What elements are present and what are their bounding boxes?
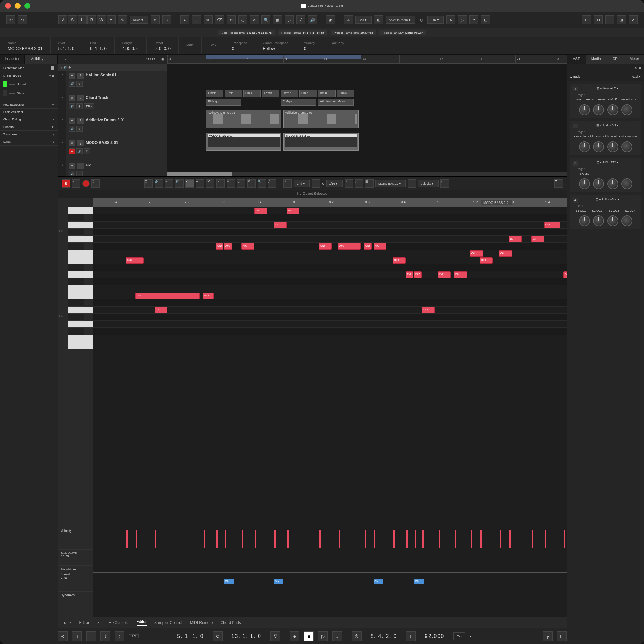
mode-r[interactable]: R <box>87 15 96 24</box>
erase-tool[interactable]: ⌫ <box>206 179 214 188</box>
maximize-icon[interactable] <box>24 3 30 9</box>
expression-map-section[interactable]: Expression Map <box>0 64 58 72</box>
velocity-bar[interactable] <box>415 530 416 548</box>
midi-clip[interactable]: MODO BASS 2 01 <box>283 133 359 151</box>
snap-type[interactable]: Grid ▾ <box>355 16 372 24</box>
mode-a[interactable]: A <box>107 15 116 24</box>
knob[interactable] <box>607 141 618 152</box>
midi-note[interactable]: A#2 <box>224 243 232 250</box>
tab-editor[interactable]: Editor <box>79 620 89 625</box>
knob[interactable] <box>621 215 632 226</box>
grid-icon[interactable]: ⊞ <box>374 15 383 24</box>
tab-chord-pads[interactable]: Chord Pads <box>220 620 241 625</box>
tempo-display[interactable]: 92.000 <box>420 633 449 639</box>
tab-editor[interactable]: Editor <box>137 620 147 626</box>
close-icon[interactable] <box>5 3 11 9</box>
porta-lane-label[interactable]: Porta On/Off CC 65 <box>58 550 93 566</box>
automation-mode[interactable]: Touch ▾ <box>130 16 148 24</box>
quantize-select[interactable]: 1/16 ▾ <box>427 16 444 24</box>
split-tool[interactable]: ✂ <box>227 179 235 188</box>
midi-note[interactable]: F#2 <box>414 271 422 278</box>
midi-note[interactable]: A#2 <box>319 243 332 250</box>
velocity-bar[interactable] <box>204 530 205 548</box>
constrain-button[interactable]: ⊙ <box>58 631 68 641</box>
track-row[interactable]: ● MS Addictive Drums 2 01 🔊⊘ <box>58 116 167 138</box>
midi-note[interactable]: C#2 <box>422 307 435 313</box>
note-grid[interactable]: 6.477.27.37.488.28.38.499.29.39.410 G#2D… <box>93 198 567 527</box>
chord-event[interactable]: Emin <box>299 90 317 97</box>
find-track-icon[interactable]: e <box>65 58 66 61</box>
rewind-button[interactable]: ⏮ <box>290 631 299 641</box>
q-panel[interactable]: ▷ <box>355 179 363 188</box>
knob[interactable] <box>579 141 590 152</box>
velocity-bar[interactable] <box>155 530 156 548</box>
midi-note[interactable]: D#3 <box>254 208 267 214</box>
sound-slot[interactable]: Normal <box>0 80 58 89</box>
velocity-bar[interactable] <box>545 530 546 548</box>
rack-find-icon[interactable]: ↓ <box>632 66 634 70</box>
articulation-event[interactable]: Gho <box>374 579 383 584</box>
mute-tool[interactable]: ✕ <box>250 15 259 24</box>
panel-left-button[interactable]: ⊏ <box>582 15 591 24</box>
punch-mode[interactable]: : <box>86 631 96 641</box>
chord-event[interactable]: G#min <box>206 90 223 97</box>
snap-button[interactable]: ⨳ <box>283 179 292 188</box>
setup-button[interactable]: ⊡ <box>144 179 153 188</box>
record-button[interactable] <box>82 180 90 187</box>
rack-freeze-icon[interactable]: ❄ <box>635 66 638 70</box>
midi-note[interactable]: C#3 <box>544 222 560 228</box>
arrange-grid[interactable]: 35791113151719212325272931333537394143 G… <box>167 55 567 176</box>
automation-icon[interactable]: ✎ <box>118 15 127 24</box>
punch-button[interactable]: ⊽ <box>270 631 280 641</box>
velocity-bar[interactable] <box>274 530 276 548</box>
velocity-bar[interactable] <box>564 530 565 548</box>
tab-sampler-control[interactable]: Sampler Control <box>154 620 182 625</box>
q-settings-button[interactable]: ⊟ <box>481 15 490 24</box>
knob[interactable] <box>621 178 632 189</box>
inspector-transpose[interactable]: Transpose↕ <box>0 131 58 138</box>
midi-note[interactable]: F#2 <box>563 271 567 278</box>
snap-toggle[interactable]: ⨳ <box>344 15 353 24</box>
midi-note[interactable]: G#2 <box>126 257 144 264</box>
knob[interactable] <box>607 104 618 115</box>
midi-note[interactable]: D#2 <box>135 293 200 299</box>
midi-note[interactable]: G#2 <box>393 257 406 264</box>
velocity-bar[interactable] <box>439 530 440 548</box>
line-tool[interactable]: ╱ <box>268 179 276 188</box>
track-row[interactable]: ● MS HALion Sonic 01 🔊⊘ <box>58 71 167 93</box>
chord-event[interactable]: Bmin <box>318 90 336 97</box>
tap-button[interactable]: Tap <box>453 632 465 640</box>
articulation-event[interactable]: Gho <box>224 579 234 584</box>
midi-note[interactable]: D#2 <box>203 293 214 299</box>
mute-tool[interactable]: ✕ <box>247 179 256 188</box>
inspector-chord-editing[interactable]: Chord Editinge <box>0 116 58 123</box>
tab-track[interactable]: Track <box>62 620 71 625</box>
q-panel-button[interactable]: e <box>469 15 478 24</box>
lane-setup[interactable]: ☰ <box>408 179 416 188</box>
panel-bottom-button[interactable]: ⊓ <box>594 15 603 24</box>
chord-event[interactable]: G#min <box>281 90 298 97</box>
mode-m[interactable]: M <box>58 15 67 24</box>
panel-tab-vsti[interactable]: VSTi <box>567 55 586 64</box>
inspector-note-expression[interactable]: Note Expression✏ <box>0 101 58 109</box>
audio-clip[interactable]: Addictive Drums 2 01 <box>283 110 359 128</box>
tab-mixconsole[interactable]: MixConsole <box>109 620 129 625</box>
knob[interactable] <box>621 141 632 152</box>
right-locator[interactable]: 13. 1. 1. 0 <box>227 633 266 639</box>
midi-note[interactable]: A#2 <box>364 243 372 250</box>
cycle-button[interactable]: ↻ <box>213 631 223 641</box>
velocity-bar[interactable] <box>422 530 424 548</box>
panel-tab-meter[interactable]: Meter <box>625 55 644 64</box>
inspector-quantize[interactable]: QuantizeQ <box>0 123 58 131</box>
mode-l[interactable]: L <box>78 15 87 24</box>
sound-slot[interactable]: Ghost <box>0 89 58 98</box>
add-track-icon[interactable]: + <box>61 58 63 61</box>
autoscroll-button[interactable]: ⇥ <box>165 179 173 188</box>
insert-button[interactable]: ▾ <box>72 179 81 188</box>
draw-tool[interactable]: ✏ <box>196 179 204 188</box>
midi-note[interactable]: C#2 <box>155 307 167 313</box>
vsti-slot[interactable]: 2⊡ e AddctvDr2 ▾○ ☰ Page 1 Kick SoloKick… <box>570 121 641 155</box>
midi-note[interactable]: A#2 <box>216 243 223 250</box>
velocity-bar[interactable] <box>455 530 456 548</box>
glue-tool[interactable]: ◡ <box>238 15 247 24</box>
